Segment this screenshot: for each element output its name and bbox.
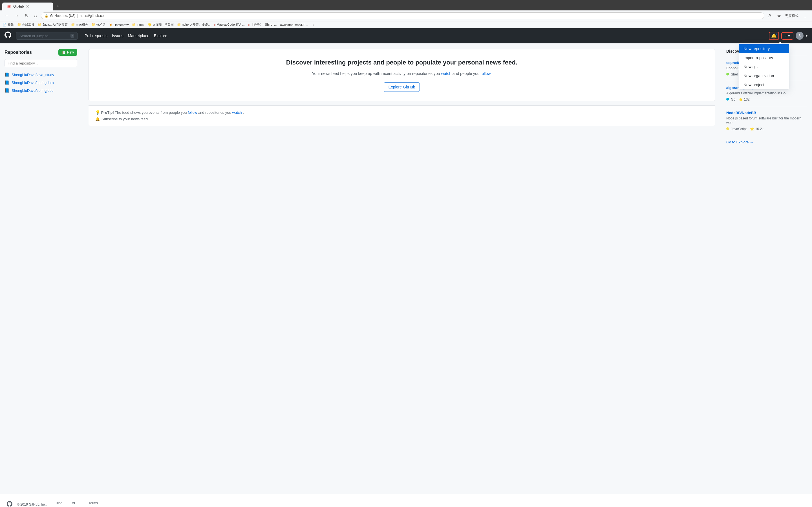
github-logo[interactable] bbox=[4, 32, 11, 40]
lang-indicator: Shell bbox=[726, 72, 739, 76]
language-dot bbox=[726, 73, 729, 75]
bookmark-button[interactable]: ★ bbox=[775, 13, 783, 19]
notification-button[interactable]: 🔔 bbox=[769, 32, 779, 40]
repo-link[interactable]: ShengLiuDave/springdata bbox=[11, 80, 54, 85]
discover-sidebar: Discover repositories espnet/espnet End-… bbox=[722, 43, 812, 494]
nav-marketplace[interactable]: Marketplace bbox=[128, 34, 149, 38]
active-tab[interactable]: 🐙 GitHub ✕ bbox=[2, 3, 53, 10]
nav-issues[interactable]: Issues bbox=[112, 34, 123, 38]
new-tab-button[interactable]: + bbox=[54, 2, 62, 10]
footer-col-3: Terms Privacy Help bbox=[89, 501, 100, 507]
tab-title: GitHub bbox=[13, 4, 24, 8]
bookmark-item[interactable]: 📁 mac相关 bbox=[71, 22, 88, 27]
page-footer: © 2019 GitHub, Inc. Blog About Shop Cont… bbox=[0, 494, 812, 507]
bookmark-item[interactable]: 📄 新致 bbox=[3, 22, 14, 27]
address-url: https://github.com bbox=[80, 14, 107, 18]
repository-list: 📘 ShengLiuDave/java_study 📘 ShengLiuDave… bbox=[4, 71, 77, 94]
go-to-explore-link[interactable]: Go to Explore → bbox=[726, 140, 808, 144]
bookmark-item[interactable]: 📁 Java从入门到放弃 bbox=[38, 22, 68, 27]
address-separator: | bbox=[77, 14, 78, 18]
discover-repo-desc: Node.js based forum software built for t… bbox=[726, 116, 808, 126]
home-button[interactable]: ⌂ bbox=[33, 13, 39, 19]
nav-pull-requests[interactable]: Pull requests bbox=[85, 34, 107, 38]
import-repository-item[interactable]: Import repository bbox=[739, 53, 789, 62]
list-item: 📘 ShengLiuDave/springdata bbox=[4, 78, 77, 87]
star-number: 10.2k bbox=[755, 127, 763, 131]
pro-tip-watch-link[interactable]: watch bbox=[232, 110, 242, 115]
new-item-dropdown: New repository Import repository New gis… bbox=[739, 44, 790, 90]
notification-dot bbox=[776, 33, 778, 35]
follow-link[interactable]: follow bbox=[481, 71, 491, 76]
sidebar: Repositories 📋 New 📘 ShengLiuDave/java_s… bbox=[0, 43, 82, 494]
language-dot bbox=[726, 98, 729, 101]
nav-explore[interactable]: Explore bbox=[154, 34, 167, 38]
new-repo-icon: 📋 bbox=[62, 50, 66, 54]
list-item: 📘 ShengLiuDave/springjdbc bbox=[4, 87, 77, 94]
forward-button[interactable]: → bbox=[13, 13, 21, 19]
new-repository-button[interactable]: 📋 New bbox=[58, 49, 77, 56]
repo-link[interactable]: ShengLiuDave/java_study bbox=[11, 73, 54, 77]
pro-tip-middle: and repositories you bbox=[198, 110, 232, 115]
bookmark-item[interactable]: 📁 在线工具 bbox=[17, 22, 35, 27]
bookmark-item[interactable]: ● MagicalCoder官方... bbox=[214, 22, 245, 27]
search-placeholder: Search or jump to... bbox=[19, 34, 51, 38]
repository-search-input[interactable] bbox=[4, 59, 77, 67]
back-button[interactable]: ← bbox=[3, 13, 11, 19]
language-label: JavaScript bbox=[731, 127, 747, 131]
footer-terms-link[interactable]: Terms bbox=[89, 501, 100, 505]
list-item: 📘 ShengLiuDave/java_study bbox=[4, 71, 77, 78]
feed-title: Discover interesting projects and people… bbox=[98, 58, 706, 67]
language-dot bbox=[726, 127, 729, 130]
footer-logo bbox=[7, 501, 12, 507]
sidebar-header: Repositories 📋 New bbox=[4, 49, 77, 56]
bookmark-item[interactable]: 🌟 温而新 - 博客园 bbox=[148, 22, 174, 27]
browser-more-button[interactable]: ⋮ bbox=[801, 12, 809, 19]
new-gist-item[interactable]: New gist bbox=[739, 62, 789, 71]
bookmark-item[interactable]: 🍺 Homebrew bbox=[109, 23, 129, 26]
new-organization-item[interactable]: New organization bbox=[739, 71, 789, 80]
search-box[interactable]: Search or jump to... / bbox=[16, 32, 78, 40]
feed-desc-end: . bbox=[491, 71, 492, 76]
address-company: GitHub, Inc. [US] bbox=[50, 14, 75, 18]
footer-blog-link[interactable]: Blog bbox=[56, 501, 67, 505]
pro-tip-follow-link[interactable]: follow bbox=[188, 110, 197, 115]
star-icon: ⭐ bbox=[739, 98, 743, 101]
footer-api-link[interactable]: API bbox=[72, 501, 84, 505]
browser-tab-bar: 🐙 GitHub ✕ + bbox=[0, 0, 812, 10]
discover-repo-name[interactable]: NodeBB/NodeBB bbox=[726, 111, 808, 115]
feed-card: Discover interesting projects and people… bbox=[89, 49, 715, 101]
discover-repo-meta: JavaScript ⭐ 10.2k bbox=[726, 127, 808, 131]
pro-tip-label: ProTip! bbox=[101, 110, 114, 115]
pro-tip-text: 💡 ProTip! The feed shows you events from… bbox=[95, 110, 708, 115]
explore-github-button[interactable]: Explore GitHub bbox=[384, 82, 420, 92]
subscribe-link[interactable]: 🔔 Subscribe to your news feed bbox=[95, 117, 708, 121]
bookmark-item[interactable]: 📁 Linux bbox=[132, 23, 144, 26]
refresh-button[interactable]: ↻ bbox=[23, 13, 30, 19]
copyright-text: © 2019 GitHub, Inc. bbox=[17, 503, 47, 506]
star-number: 132 bbox=[744, 98, 750, 101]
bookmark-item[interactable]: awesome-mac/RE... bbox=[280, 23, 308, 26]
user-avatar[interactable]: S bbox=[796, 32, 804, 40]
new-repository-item[interactable]: New repository bbox=[739, 44, 789, 53]
footer-brand: © 2019 GitHub, Inc. bbox=[7, 501, 47, 507]
repo-icon: 📘 bbox=[4, 88, 9, 93]
header-right: 🔔 + ▾ S ▾ bbox=[769, 32, 808, 40]
language-label: Go bbox=[731, 98, 735, 101]
discover-repo-meta: Go ⭐ 132 bbox=[726, 98, 808, 101]
plus-icon: + bbox=[784, 34, 787, 38]
repo-link[interactable]: ShengLiuDave/springjdbc bbox=[11, 89, 53, 93]
address-bar[interactable]: 🔒 GitHub, Inc. [US] | https://github.com bbox=[41, 12, 765, 19]
bookmark-item[interactable]: ● 【分类】- Shiro -... bbox=[248, 22, 276, 27]
repositories-title: Repositories bbox=[4, 50, 32, 55]
watch-link[interactable]: watch bbox=[441, 71, 451, 76]
new-item-button[interactable]: + ▾ bbox=[781, 32, 794, 40]
feed-desc-before: Your news feed helps you keep up with re… bbox=[312, 71, 441, 76]
star-count: ⭐ 10.2k bbox=[750, 127, 763, 131]
tab-close-button[interactable]: ✕ bbox=[26, 4, 29, 9]
new-project-item[interactable]: New project bbox=[739, 80, 789, 89]
bookmark-item[interactable]: 📁 nginx之安装、多虚... bbox=[177, 22, 210, 27]
github-header: Search or jump to... / Pull requests Iss… bbox=[0, 28, 812, 43]
translate-button[interactable]: A bbox=[767, 13, 773, 19]
bookmark-item[interactable]: 📁 技术点 bbox=[91, 22, 105, 27]
avatar-dropdown-icon[interactable]: ▾ bbox=[806, 34, 808, 38]
